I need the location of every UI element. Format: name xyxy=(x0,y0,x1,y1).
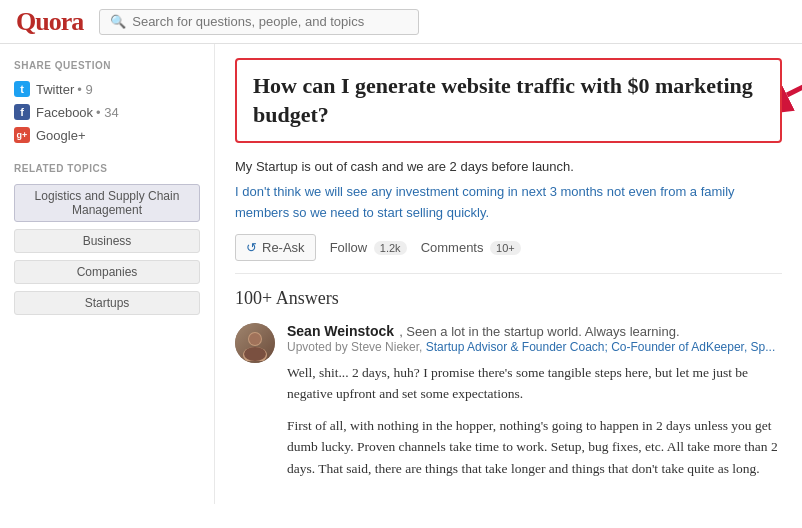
answerer-bio-inline: , Seen a lot in the startup world. Alway… xyxy=(399,324,679,339)
answers-title: 100+ Answers xyxy=(235,288,782,309)
reask-button[interactable]: ↺ Re-Ask xyxy=(235,234,316,261)
googleplus-label: Google+ xyxy=(36,128,86,143)
question-body-line1: My Startup is out of cash and we are 2 d… xyxy=(235,157,782,178)
twitter-icon: t xyxy=(14,81,30,97)
question-box: How can I generate website traffic with … xyxy=(235,58,782,143)
share-section-title: SHARE QUESTION xyxy=(14,60,200,71)
answerer-name[interactable]: Sean Weinstock xyxy=(287,323,394,339)
content-area: How can I generate website traffic with … xyxy=(215,44,802,504)
svg-point-5 xyxy=(244,347,266,361)
facebook-label: Facebook xyxy=(36,105,93,120)
topic-logistics[interactable]: Logistics and Supply Chain Management xyxy=(14,184,200,222)
header: Quora 🔍 xyxy=(0,0,802,44)
sidebar: SHARE QUESTION t Twitter • 9 f Facebook … xyxy=(0,44,215,504)
related-topics-section: RELATED TOPICS Logistics and Supply Chai… xyxy=(14,163,200,322)
upvote-prefix: Upvoted by Steve Nieker, xyxy=(287,340,422,354)
question-body: My Startup is out of cash and we are 2 d… xyxy=(235,157,782,223)
question-body-line2-text: I don't think we will see any investment… xyxy=(235,184,735,220)
topic-companies[interactable]: Companies xyxy=(14,260,200,284)
answer-content: Sean Weinstock , Seen a lot in the start… xyxy=(287,323,782,490)
topic-startups[interactable]: Startups xyxy=(14,291,200,315)
search-input[interactable] xyxy=(132,14,408,29)
follow-count: 1.2k xyxy=(374,241,407,255)
comments-link[interactable]: Comments 10+ xyxy=(421,240,521,255)
action-bar: ↺ Re-Ask Follow 1.2k Comments 10+ xyxy=(235,234,782,274)
facebook-count: • 34 xyxy=(96,105,119,120)
svg-line-1 xyxy=(787,65,802,95)
follow-label: Follow xyxy=(330,240,368,255)
answer-paragraph-1: Well, shit... 2 days, huh? I promise the… xyxy=(287,362,782,405)
svg-point-4 xyxy=(249,333,261,345)
answer-item: Sean Weinstock , Seen a lot in the start… xyxy=(235,323,782,490)
topic-business[interactable]: Business xyxy=(14,229,200,253)
comments-count: 10+ xyxy=(490,241,521,255)
question-body-line2: I don't think we will see any investment… xyxy=(235,182,782,224)
answers-section: 100+ Answers Sean We xyxy=(235,288,782,490)
quora-logo[interactable]: Quora xyxy=(16,7,83,37)
googleplus-icon: g+ xyxy=(14,127,30,143)
main-layout: SHARE QUESTION t Twitter • 9 f Facebook … xyxy=(0,44,802,504)
answer-paragraph-2: First of all, with nothing in the hopper… xyxy=(287,415,782,480)
related-topics-title: RELATED TOPICS xyxy=(14,163,200,174)
search-icon: 🔍 xyxy=(110,14,126,30)
twitter-count: • 9 xyxy=(77,82,92,97)
comments-label: Comments xyxy=(421,240,484,255)
upvote-link-text[interactable]: Startup Advisor & Founder Coach; Co-Foun… xyxy=(426,340,776,354)
facebook-share[interactable]: f Facebook • 34 xyxy=(14,104,200,120)
reask-label: Re-Ask xyxy=(262,240,305,255)
reask-icon: ↺ xyxy=(246,240,257,255)
twitter-share[interactable]: t Twitter • 9 xyxy=(14,81,200,97)
search-box[interactable]: 🔍 xyxy=(99,9,419,35)
googleplus-share[interactable]: g+ Google+ xyxy=(14,127,200,143)
facebook-icon: f xyxy=(14,104,30,120)
avatar-svg xyxy=(237,325,273,361)
upvote-line: Upvoted by Steve Nieker, Startup Advisor… xyxy=(287,340,782,354)
avatar-image xyxy=(235,323,275,363)
question-title: How can I generate website traffic with … xyxy=(253,72,764,129)
highlight-arrow xyxy=(782,60,802,120)
avatar xyxy=(235,323,275,363)
follow-link[interactable]: Follow 1.2k xyxy=(330,240,407,255)
twitter-label: Twitter xyxy=(36,82,74,97)
